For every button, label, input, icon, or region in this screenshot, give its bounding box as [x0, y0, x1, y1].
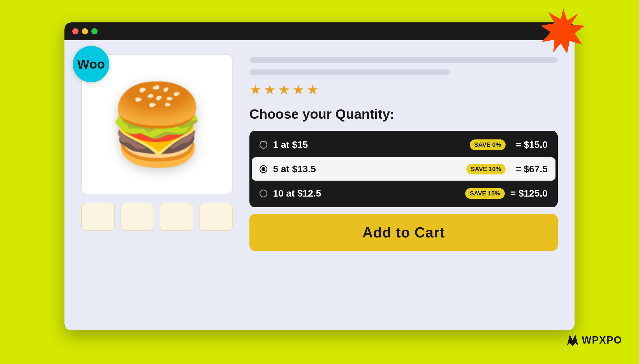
option-text-3: 10 at $12.5 [273, 188, 460, 199]
woo-logo-text: Woo [77, 57, 105, 72]
quantity-options-box: 1 at $15 SAVE 0% = $15.0 5 at $13.5 SAVE… [249, 131, 558, 207]
star-rating: ★ ★ ★ ★ ★ [249, 82, 558, 97]
save-badge-2: SAVE 10% [466, 164, 506, 174]
traffic-light-red[interactable] [72, 28, 78, 34]
quantity-option-2[interactable]: 5 at $13.5 SAVE 10% = $67.5 [252, 157, 555, 181]
quantity-option-3[interactable]: 10 at $12.5 SAVE 15% = $125.0 [252, 182, 555, 205]
browser-content: Woo 🍔 ★ ★ ★ ★ ★ [64, 40, 575, 330]
thumbnail-1[interactable] [81, 203, 115, 231]
option-text-2: 5 at $13.5 [273, 164, 461, 174]
radio-btn-2[interactable] [260, 165, 267, 173]
star-4: ★ [292, 82, 304, 97]
thumbnail-4[interactable] [199, 203, 233, 231]
add-to-cart-button[interactable]: Add to Cart [249, 214, 558, 251]
option-total-2: = $67.5 [511, 164, 548, 174]
save-badge-1: SAVE 0% [470, 139, 506, 150]
save-badge-3: SAVE 15% [465, 188, 504, 199]
browser-window: Woo 🍔 ★ ★ ★ ★ ★ [64, 22, 575, 330]
traffic-light-yellow[interactable] [82, 28, 88, 34]
placeholder-bar-1 [249, 57, 558, 63]
traffic-light-green[interactable] [91, 28, 98, 34]
thumbnail-3[interactable] [160, 203, 193, 231]
radio-btn-1[interactable] [260, 141, 267, 149]
left-column: 🍔 [81, 54, 233, 316]
wpxpo-text: WPXPO [582, 334, 622, 346]
quantity-heading: Choose your Quantity: [249, 106, 558, 122]
star-3: ★ [278, 82, 290, 97]
option-total-3: = $125.0 [510, 188, 548, 199]
placeholder-bar-2 [249, 69, 450, 75]
wpxpo-branding: WPXPO [566, 333, 622, 347]
svg-marker-1 [567, 335, 578, 346]
option-text-1: 1 at $15 [273, 139, 464, 150]
radio-btn-3[interactable] [260, 190, 267, 197]
product-image-burger: 🍔 [108, 85, 206, 164]
product-info-panel: ★ ★ ★ ★ ★ Choose your Quantity: 1 at $15… [249, 54, 558, 316]
svg-marker-0 [541, 8, 585, 53]
thumbnail-2[interactable] [121, 203, 154, 231]
quantity-option-1[interactable]: 1 at $15 SAVE 0% = $15.0 [252, 133, 555, 156]
star-1: ★ [249, 82, 261, 97]
star-2: ★ [264, 82, 276, 97]
starburst-decoration [538, 6, 589, 56]
wpxpo-logo-icon [566, 333, 580, 347]
thumbnails-row [81, 203, 233, 231]
star-5: ★ [307, 82, 319, 97]
woo-logo-bubble: Woo [73, 46, 109, 82]
browser-titlebar [64, 22, 575, 40]
option-total-1: = $15.0 [511, 139, 548, 150]
